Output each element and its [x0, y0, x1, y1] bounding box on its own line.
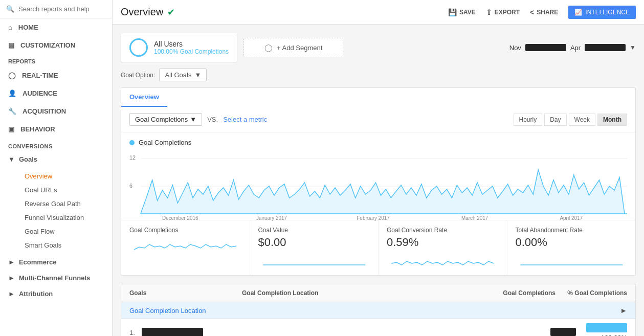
sidebar-item-overview[interactable]: Overview	[16, 169, 112, 183]
sidebar-item-goal-flow[interactable]: Goal Flow	[16, 225, 112, 238]
save-label: SAVE	[459, 9, 476, 16]
save-button[interactable]: 💾 SAVE	[448, 8, 476, 16]
time-btn-day[interactable]: Day	[544, 114, 566, 126]
goal-option-row: Goal Option: All Goals ▼	[121, 69, 636, 81]
date-chevron-icon[interactable]: ▼	[630, 44, 636, 51]
vs-label: VS.	[207, 116, 218, 123]
time-btn-hourly[interactable]: Hourly	[514, 114, 543, 126]
overview-tab[interactable]: Overview	[121, 88, 167, 107]
row-number: 1.	[129, 329, 142, 337]
svg-text:December 2016: December 2016	[162, 215, 198, 221]
intelligence-icon: 📈	[574, 9, 582, 16]
multi-channel-label: Multi-Channel Funnels	[19, 274, 90, 282]
sidebar-item-funnel-visualization[interactable]: Funnel Visualization	[16, 211, 112, 225]
page-title: Overview ✔	[121, 6, 175, 18]
sparkline-conversion	[387, 252, 499, 267]
export-icon: ⇧	[486, 8, 492, 16]
chart-controls: Goal Completions ▼ VS. Select a metric H…	[121, 107, 635, 132]
legend-label: Goal Completions	[139, 139, 191, 146]
time-btn-week[interactable]: Week	[569, 114, 595, 126]
goal-option-label: Goal Option:	[121, 72, 155, 79]
plus-icon: ◯	[264, 43, 273, 52]
completions-redacted-val	[550, 328, 576, 336]
metric-dropdown[interactable]: Goal Completions ▼	[129, 113, 202, 126]
url-redacted	[142, 328, 203, 336]
sidebar-item-goal-urls[interactable]: Goal URLs	[16, 183, 112, 197]
intelligence-button[interactable]: 📈 INTELLIGENCE	[568, 6, 636, 19]
intelligence-label: INTELLIGENCE	[585, 9, 630, 16]
chart-area: Goal Completions 12 6 December 2016 Janu…	[121, 132, 635, 220]
sparkline-completions	[129, 237, 241, 252]
overview-title: Overview	[121, 6, 163, 18]
goal-completion-location-label: Goal Completion Location	[129, 307, 242, 315]
goal-select-value: All Goals	[165, 71, 191, 79]
date-range[interactable]: Nov Apr ▼	[509, 44, 636, 52]
metrics-row: Goal Completions Goal Value $0.00	[121, 220, 635, 275]
sidebar-item-realtime[interactable]: ◯ REAL-TIME	[0, 66, 112, 84]
export-button[interactable]: ⇧ EXPORT	[486, 8, 520, 16]
sparkline-abandonment	[516, 252, 628, 267]
ecommerce-label: Ecommerce	[19, 258, 57, 266]
segment-name: All Users	[154, 40, 229, 48]
chevron-right-icon: ►	[8, 258, 15, 266]
conversions-section-label: CONVERSIONS	[0, 138, 112, 151]
acquisition-label: ACQUISITION	[23, 107, 66, 115]
multi-channel-group-header[interactable]: ► Multi-Channel Funnels	[0, 270, 112, 286]
search-bar[interactable]: 🔍	[0, 0, 112, 18]
goals-group-header[interactable]: ▼ Goals	[0, 151, 112, 167]
select-metric-link[interactable]: Select a metric	[223, 116, 267, 123]
col-completions-label: Goal Completions	[494, 289, 556, 297]
metric-abandonment-val: 0.00%	[516, 236, 628, 249]
completions-value	[535, 328, 576, 337]
behavior-label: BEHAVIOR	[20, 125, 55, 133]
sidebar-item-customization[interactable]: ▤ CUSTOMIZATION	[0, 36, 112, 54]
expand-icon[interactable]: ►	[620, 306, 627, 315]
dropdown-icon: ▼	[190, 116, 196, 123]
share-button[interactable]: < SHARE	[530, 8, 558, 16]
chart-legend: Goal Completions	[129, 139, 627, 146]
export-label: EXPORT	[495, 9, 520, 16]
attribution-group-header[interactable]: ► Attribution	[0, 286, 112, 302]
sidebar-item-smart-goals[interactable]: Smart Goals	[16, 238, 112, 252]
svg-text:February 2017: February 2017	[357, 215, 390, 221]
time-btn-month[interactable]: Month	[597, 114, 627, 126]
sidebar-item-audience[interactable]: 👤 AUDIENCE	[0, 84, 112, 102]
goal-completion-row[interactable]: Goal Completion Location ►	[121, 302, 635, 319]
goals-section: Goals Goal Completion Location Goal Comp…	[121, 284, 636, 336]
metric-value-label: Goal Value	[258, 227, 370, 234]
svg-text:March 2017: March 2017	[461, 215, 488, 221]
sidebar-item-acquisition[interactable]: 🔧 ACQUISITION	[0, 102, 112, 120]
svg-text:6: 6	[129, 183, 132, 189]
dropdown-arrow-icon: ▼	[194, 71, 201, 79]
sidebar-customization-label: CUSTOMIZATION	[20, 41, 75, 49]
goal-select-dropdown[interactable]: All Goals ▼	[159, 69, 207, 81]
goals-table-header: Goals Goal Completion Location Goal Comp…	[121, 284, 635, 302]
sidebar-item-reverse-goal-path[interactable]: Reverse Goal Path	[16, 197, 112, 211]
pct-blue-bar	[586, 323, 627, 332]
reports-section-label: Reports	[0, 54, 112, 66]
goal-data-row: 1. 100.00%	[121, 319, 635, 336]
metric-value-val: $0.00	[258, 236, 370, 249]
sidebar-item-behavior[interactable]: ▣ BEHAVIOR	[0, 120, 112, 138]
metric-card-completions: Goal Completions	[121, 220, 250, 275]
metric-card-abandonment: Total Abandonment Rate 0.00%	[507, 220, 636, 275]
grid-icon: ▤	[8, 41, 14, 49]
person-icon: 👤	[8, 89, 16, 97]
sidebar-item-home[interactable]: ⌂ HOME	[0, 18, 112, 36]
svg-text:12: 12	[129, 154, 136, 161]
home-icon: ⌂	[8, 24, 12, 31]
chevron-right-icon2: ►	[8, 274, 15, 282]
col-goals-label: Goals	[129, 289, 242, 297]
ecommerce-group-header[interactable]: ► Ecommerce	[0, 254, 112, 270]
add-segment-button[interactable]: ◯ + Add Segment	[243, 38, 343, 57]
wrench-icon: 🔧	[8, 107, 16, 115]
search-input[interactable]	[18, 5, 106, 13]
segment-sub: 100.00% Goal Completions	[154, 48, 229, 55]
audience-label: AUDIENCE	[23, 89, 57, 97]
share-label: SHARE	[537, 9, 558, 16]
segment-circle	[129, 38, 148, 57]
line-chart-svg: 12 6 December 2016 January 2017 February…	[129, 149, 627, 221]
goals-submenu: Overview Goal URLs Reverse Goal Path Fun…	[0, 167, 112, 254]
date-start-redacted	[525, 44, 566, 51]
col-pct-label: % Goal Completions	[556, 289, 627, 297]
